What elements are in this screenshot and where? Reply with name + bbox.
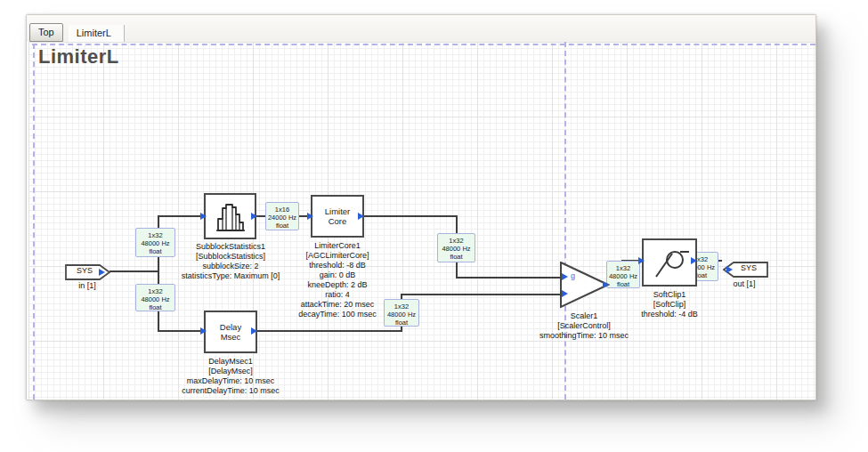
block-delaymsec[interactable]: Delay Msec — [204, 311, 257, 353]
block-subblockstatistics[interactable] — [204, 193, 256, 239]
output-pin-icon[interactable] — [691, 257, 697, 264]
sys-in-caption: in [1] — [47, 281, 127, 291]
output-pin-icon[interactable] — [99, 269, 105, 276]
input-pin-icon[interactable] — [307, 213, 313, 220]
limitercore-inner-label: Limiter Core — [312, 197, 362, 236]
schematic-canvas[interactable]: LimiterL 1x32 48000 Hz float 1x32 48000 … — [28, 42, 815, 400]
input-pin-icon[interactable] — [562, 290, 568, 297]
block-sys-out[interactable]: SYS — [722, 261, 768, 278]
page-guide-left — [33, 44, 35, 400]
wire-type-label: 1x32 48000 Hz float — [606, 261, 640, 288]
softclip-caption: SoftClip1 [SoftClip] threshold: -4 dB — [598, 290, 741, 319]
tab-limiterl[interactable]: LimiterL — [69, 25, 125, 42]
tab-bar: Top LimiterL — [27, 15, 815, 42]
designer-window: Top LimiterL LimiterL 1x32 48000 Hz floa… — [26, 14, 816, 400]
page-guide-middle — [564, 42, 566, 400]
input-pin-icon[interactable] — [200, 213, 207, 220]
wire-type-label: 1x32 48000 Hz float — [135, 284, 175, 311]
wire-segment[interactable] — [401, 294, 560, 295]
block-softclip[interactable] — [642, 238, 697, 287]
wire-segment[interactable] — [364, 215, 457, 217]
gain-pin-label: g — [571, 271, 575, 280]
output-pin-icon[interactable] — [251, 213, 257, 220]
delaymsec-inner-label: Delay Msec — [206, 312, 256, 351]
output-pin-icon[interactable] — [358, 213, 364, 220]
wire-segment[interactable] — [158, 330, 204, 332]
block-limitercore[interactable]: Limiter Core — [311, 195, 364, 238]
page-guide-top — [32, 44, 815, 45]
output-pin-icon[interactable] — [603, 281, 609, 288]
delaymsec-caption: DelayMsec1 [DelayMsec] maxDelayTime: 10 … — [159, 357, 302, 396]
wire-type-label: 1x32 48000 Hz float — [437, 233, 475, 262]
wire-segment[interactable] — [110, 270, 158, 272]
output-pin-icon[interactable] — [251, 327, 257, 335]
input-pin-icon[interactable] — [200, 327, 207, 335]
limitercore-caption: LimiterCore1 [AGCLimiterCore] threshold:… — [266, 241, 409, 319]
histogram-icon — [214, 201, 247, 233]
wire-segment[interactable] — [456, 277, 560, 278]
input-pin-icon[interactable] — [638, 257, 645, 264]
page-title: LimiterL — [38, 45, 119, 69]
tab-top[interactable]: Top — [29, 23, 63, 42]
wire-segment[interactable] — [158, 215, 204, 217]
wire-type-label: 1x16 24000 Hz float — [265, 202, 299, 230]
sys-out-caption: out [1] — [704, 279, 784, 289]
wire-segment[interactable] — [257, 330, 402, 332]
input-pin-icon[interactable] — [562, 273, 568, 280]
softclip-curve-icon — [651, 245, 690, 280]
input-pin-icon[interactable] — [726, 266, 733, 273]
block-sys-in[interactable]: SYS — [65, 263, 111, 281]
